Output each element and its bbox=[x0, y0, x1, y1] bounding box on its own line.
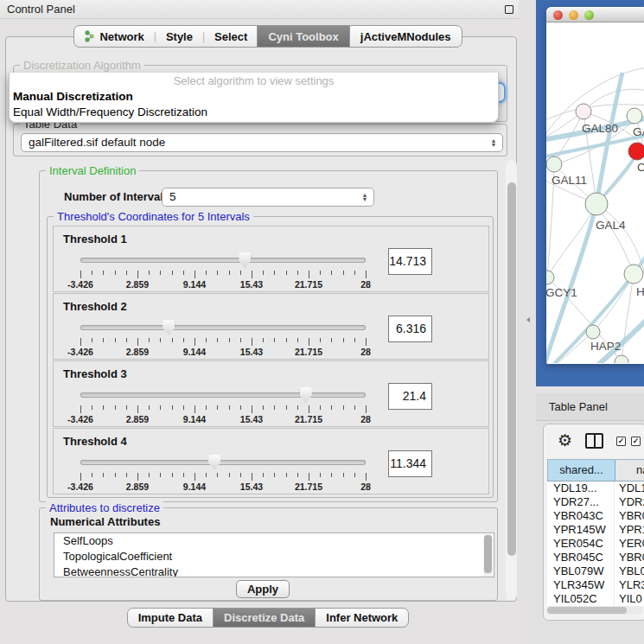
tab-cyni-toolbox[interactable]: Cyni Toolbox bbox=[257, 25, 349, 48]
table-row[interactable]: YER054CYER0 bbox=[547, 537, 644, 551]
scale-label: -3.426 bbox=[67, 279, 93, 290]
network-node-c[interactable] bbox=[628, 143, 644, 160]
network-node-gal80[interactable] bbox=[576, 104, 591, 119]
scrollbar-thumb[interactable] bbox=[547, 607, 627, 614]
network-node-gal11[interactable] bbox=[546, 156, 562, 172]
table-horizontal-scrollbar[interactable] bbox=[546, 606, 643, 615]
splitter-collapse-icon[interactable] bbox=[526, 317, 530, 322]
minimize-traffic-light-icon[interactable] bbox=[569, 10, 578, 20]
tick-mark bbox=[194, 271, 195, 278]
tab-style[interactable]: Style bbox=[156, 30, 202, 43]
table-cell: YBR045C bbox=[547, 551, 615, 564]
network-window-titlebar[interactable] bbox=[546, 7, 644, 22]
combobox-placeholder: Select algorithm to view settings bbox=[10, 74, 498, 89]
application-window: Control Panel ✕ Network | Style | Select… bbox=[0, 0, 644, 644]
column-header-name[interactable]: na bbox=[615, 460, 644, 481]
tick-mark bbox=[217, 271, 218, 275]
control-panel-titlebar: Control Panel bbox=[0, 0, 536, 19]
tab-impute-data[interactable]: Impute Data bbox=[127, 608, 214, 628]
checkbox-icon[interactable]: ✓ bbox=[631, 437, 641, 446]
network-node-h[interactable] bbox=[624, 265, 643, 284]
threshold-panel: Threshold 2-3.4262.8599.14415.4321.71528… bbox=[53, 293, 489, 360]
table-row[interactable]: YBR043CYBR0 bbox=[547, 509, 644, 523]
tick-mark bbox=[183, 473, 184, 477]
list-scrollbar[interactable] bbox=[483, 534, 493, 577]
threshold-slider[interactable]: -3.4262.8599.14415.4321.71528 bbox=[80, 455, 366, 493]
tick-mark bbox=[80, 405, 81, 413]
tab-network[interactable]: Network bbox=[74, 30, 153, 43]
panel-splitter[interactable] bbox=[519, 0, 536, 644]
tab-select[interactable]: Select bbox=[205, 30, 257, 43]
list-item[interactable]: BetweennessCentrality bbox=[54, 564, 494, 577]
table-row[interactable]: YPR145WYPR1 bbox=[547, 523, 644, 537]
tab-group-network-style-select: Network | Style | Select bbox=[73, 25, 258, 48]
network-window[interactable]: GAL80GACGAL11GAL4GCY1HHAP2 bbox=[546, 7, 644, 364]
tick-mark bbox=[252, 271, 252, 278]
tick-mark bbox=[343, 271, 344, 275]
dropdown-item-manual-discretization[interactable]: Manual Discretization bbox=[10, 89, 498, 105]
table-row[interactable]: YDL19...YDL1 bbox=[547, 481, 644, 495]
gear-icon[interactable]: ⚙ bbox=[558, 430, 572, 450]
close-traffic-light-icon[interactable] bbox=[553, 10, 563, 20]
scale-label: 15.43 bbox=[240, 414, 263, 424]
threshold-slider[interactable]: -3.4262.8599.14415.4321.71528 bbox=[80, 387, 366, 425]
tick-mark bbox=[172, 405, 173, 410]
combo-stepper-icon: ▲▼ bbox=[360, 188, 370, 206]
slider-handle[interactable] bbox=[239, 252, 251, 268]
scale-label: 21.715 bbox=[295, 347, 322, 357]
scale-label: 15.43 bbox=[240, 481, 263, 492]
column-header-shared-name[interactable]: shared... bbox=[548, 460, 615, 481]
table-row[interactable]: YBL079WYBL0 bbox=[547, 564, 644, 578]
number-of-intervals-combobox[interactable]: 5 ▲▼ bbox=[162, 188, 374, 207]
slider-handle[interactable] bbox=[300, 387, 312, 403]
apply-button[interactable]: Apply bbox=[236, 580, 290, 598]
threshold-value-field[interactable]: 14.713 bbox=[388, 248, 432, 275]
table-row[interactable]: YIL052CYIL0 bbox=[547, 592, 644, 606]
tab-infer-network[interactable]: Infer Network bbox=[315, 608, 409, 628]
tick-mark bbox=[354, 405, 355, 410]
table-cell: YLR3 bbox=[615, 578, 644, 592]
table-row[interactable]: YLR345WYLR3 bbox=[547, 578, 644, 592]
tick-mark bbox=[160, 338, 161, 342]
interval-definition-group: Interval Definition Number of Intervals … bbox=[39, 170, 498, 502]
table-cell: YBR0 bbox=[615, 551, 644, 564]
scrollbar-thumb[interactable] bbox=[507, 182, 516, 556]
network-node-gal4[interactable] bbox=[585, 193, 608, 215]
scale-label: 28 bbox=[360, 279, 371, 290]
settings-scrollbar[interactable] bbox=[506, 160, 517, 601]
columns-icon[interactable] bbox=[585, 433, 603, 449]
slider-track[interactable] bbox=[80, 460, 366, 465]
tick-mark bbox=[366, 473, 367, 481]
tab-jactivemnodules[interactable]: jActiveMNodules bbox=[349, 25, 462, 48]
network-canvas[interactable]: GAL80GACGAL11GAL4GCY1HHAP2 bbox=[546, 22, 644, 363]
slider-track[interactable] bbox=[80, 325, 366, 330]
threshold-value-field[interactable]: 6.316 bbox=[388, 316, 432, 342]
slider-track[interactable] bbox=[80, 258, 366, 263]
threshold-slider[interactable]: -3.4262.8599.14415.4321.71528 bbox=[80, 252, 366, 290]
network-node-ga[interactable] bbox=[627, 108, 642, 124]
slider-handle[interactable] bbox=[208, 455, 220, 470]
tick-mark bbox=[331, 405, 332, 410]
scale-label: 9.144 bbox=[183, 347, 206, 357]
network-node-gcy1[interactable] bbox=[546, 271, 554, 284]
scrollbar-thumb[interactable] bbox=[484, 535, 492, 573]
threshold-slider[interactable]: -3.4262.8599.14415.4321.71528 bbox=[80, 320, 366, 358]
dropdown-item-equal-width-frequency[interactable]: Equal Width/Frequency Discretization bbox=[10, 105, 498, 120]
zoom-traffic-light-icon[interactable] bbox=[584, 10, 594, 20]
slider-handle[interactable] bbox=[163, 320, 175, 335]
slider-track[interactable] bbox=[80, 392, 366, 398]
threshold-value-field[interactable]: 21.4 bbox=[388, 383, 432, 410]
table-row[interactable]: YBR045CYBR0 bbox=[547, 551, 644, 564]
list-item[interactable]: SelfLoops bbox=[54, 533, 494, 549]
tab-discretize-data[interactable]: Discretize Data bbox=[213, 608, 316, 628]
list-item[interactable]: TopologicalCoefficient bbox=[54, 549, 494, 564]
tick-mark bbox=[160, 271, 161, 275]
tick-mark bbox=[137, 473, 138, 481]
table-row[interactable]: YDR27...YDR2 bbox=[547, 495, 644, 509]
threshold-value-field[interactable]: 11.344 bbox=[388, 450, 432, 477]
numerical-attributes-list[interactable]: SelfLoopsTopologicalCoefficientBetweenne… bbox=[54, 532, 494, 577]
checkbox-icon[interactable]: ✓ bbox=[616, 437, 626, 446]
float-window-icon[interactable] bbox=[505, 5, 513, 14]
network-node-hap2[interactable] bbox=[586, 325, 600, 339]
table-data-combobox[interactable]: galFiltered.sif default node ▲▼ bbox=[21, 133, 503, 152]
